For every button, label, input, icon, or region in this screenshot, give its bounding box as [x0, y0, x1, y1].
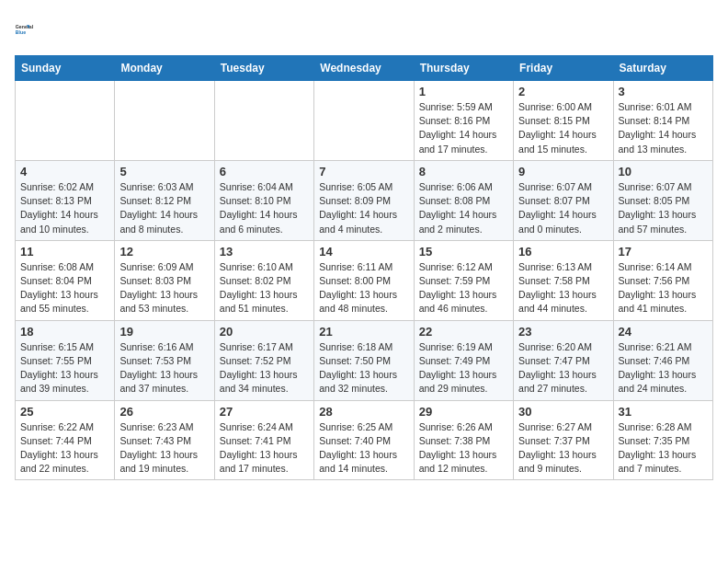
day-content: Sunrise: 6:26 AM Sunset: 7:38 PM Dayligh…: [419, 420, 508, 477]
calendar-cell: 21Sunrise: 6:18 AM Sunset: 7:50 PM Dayli…: [314, 320, 414, 400]
calendar-cell: 1Sunrise: 5:59 AM Sunset: 8:16 PM Daylig…: [414, 81, 513, 161]
day-content: Sunrise: 6:12 AM Sunset: 7:59 PM Dayligh…: [419, 260, 508, 316]
day-number: 11: [20, 245, 109, 259]
day-number: 7: [319, 165, 408, 178]
weekday-header-wednesday: Wednesday: [314, 56, 414, 81]
calendar-cell: 29Sunrise: 6:26 AM Sunset: 7:38 PM Dayli…: [414, 400, 513, 480]
calendar-cell: 19Sunrise: 6:16 AM Sunset: 7:53 PM Dayli…: [115, 320, 214, 400]
day-number: 29: [419, 405, 508, 419]
day-number: 13: [220, 245, 309, 259]
calendar-cell: 4Sunrise: 6:02 AM Sunset: 8:13 PM Daylig…: [16, 160, 115, 240]
calendar-cell: 24Sunrise: 6:21 AM Sunset: 7:46 PM Dayli…: [613, 320, 712, 400]
weekday-header-sunday: Sunday: [16, 56, 115, 81]
day-content: Sunrise: 6:14 AM Sunset: 7:56 PM Dayligh…: [619, 260, 708, 316]
day-number: 10: [619, 165, 708, 178]
day-content: Sunrise: 6:28 AM Sunset: 7:35 PM Dayligh…: [619, 420, 708, 477]
day-content: Sunrise: 6:27 AM Sunset: 7:37 PM Dayligh…: [518, 420, 608, 477]
calendar-cell: 14Sunrise: 6:11 AM Sunset: 8:00 PM Dayli…: [314, 240, 414, 320]
day-content: Sunrise: 6:09 AM Sunset: 8:03 PM Dayligh…: [119, 260, 209, 316]
day-content: Sunrise: 6:00 AM Sunset: 8:15 PM Dayligh…: [518, 100, 608, 156]
day-number: 15: [419, 245, 508, 259]
day-number: 6: [220, 165, 309, 178]
day-content: Sunrise: 6:22 AM Sunset: 7:44 PM Dayligh…: [20, 420, 109, 477]
calendar-cell: 20Sunrise: 6:17 AM Sunset: 7:52 PM Dayli…: [214, 320, 313, 400]
day-number: 9: [518, 165, 608, 178]
day-content: Sunrise: 6:16 AM Sunset: 7:53 PM Dayligh…: [119, 340, 209, 396]
day-number: 23: [518, 325, 608, 339]
logo-icon: General Blue: [15, 15, 44, 44]
calendar-cell: 31Sunrise: 6:28 AM Sunset: 7:35 PM Dayli…: [613, 400, 712, 480]
day-content: Sunrise: 6:10 AM Sunset: 8:02 PM Dayligh…: [220, 260, 309, 316]
calendar-cell: 3Sunrise: 6:01 AM Sunset: 8:14 PM Daylig…: [613, 81, 712, 161]
calendar-cell: 15Sunrise: 6:12 AM Sunset: 7:59 PM Dayli…: [414, 240, 513, 320]
calendar-cell: 28Sunrise: 6:25 AM Sunset: 7:40 PM Dayli…: [314, 400, 414, 480]
day-content: Sunrise: 6:04 AM Sunset: 8:10 PM Dayligh…: [220, 180, 309, 236]
calendar-cell: 22Sunrise: 6:19 AM Sunset: 7:49 PM Dayli…: [414, 320, 513, 400]
svg-text:General: General: [16, 24, 34, 29]
calendar-cell: 9Sunrise: 6:07 AM Sunset: 8:07 PM Daylig…: [514, 160, 613, 240]
day-number: 1: [419, 85, 508, 98]
day-content: Sunrise: 6:21 AM Sunset: 7:46 PM Dayligh…: [619, 340, 708, 396]
day-number: 26: [119, 405, 209, 419]
calendar-cell: 6Sunrise: 6:04 AM Sunset: 8:10 PM Daylig…: [214, 160, 313, 240]
calendar-cell: 2Sunrise: 6:00 AM Sunset: 8:15 PM Daylig…: [514, 81, 613, 161]
calendar-cell: 17Sunrise: 6:14 AM Sunset: 7:56 PM Dayli…: [613, 240, 712, 320]
calendar-cell: 16Sunrise: 6:13 AM Sunset: 7:58 PM Dayli…: [514, 240, 613, 320]
weekday-header-tuesday: Tuesday: [214, 56, 313, 81]
calendar-cell: 8Sunrise: 6:06 AM Sunset: 8:08 PM Daylig…: [414, 160, 513, 240]
calendar-cell: 27Sunrise: 6:24 AM Sunset: 7:41 PM Dayli…: [214, 400, 313, 480]
day-number: 2: [518, 85, 608, 98]
day-number: 25: [20, 405, 109, 419]
day-content: Sunrise: 6:23 AM Sunset: 7:43 PM Dayligh…: [119, 420, 209, 477]
day-number: 30: [518, 405, 608, 419]
day-content: Sunrise: 6:19 AM Sunset: 7:49 PM Dayligh…: [419, 340, 508, 396]
day-number: 14: [319, 245, 408, 259]
calendar-cell: 30Sunrise: 6:27 AM Sunset: 7:37 PM Dayli…: [514, 400, 613, 480]
day-content: Sunrise: 6:08 AM Sunset: 8:04 PM Dayligh…: [20, 260, 109, 316]
day-number: 24: [619, 325, 708, 339]
day-content: Sunrise: 6:07 AM Sunset: 8:05 PM Dayligh…: [619, 180, 708, 236]
day-number: 21: [319, 325, 408, 339]
day-number: 22: [419, 325, 508, 339]
day-number: 27: [220, 405, 309, 419]
calendar-cell: [16, 81, 115, 161]
calendar-cell: 18Sunrise: 6:15 AM Sunset: 7:55 PM Dayli…: [16, 320, 115, 400]
day-number: 12: [119, 245, 209, 259]
day-number: 16: [518, 245, 608, 259]
calendar-header: SundayMondayTuesdayWednesdayThursdayFrid…: [16, 56, 713, 81]
weekday-header-friday: Friday: [514, 56, 613, 81]
calendar-cell: 10Sunrise: 6:07 AM Sunset: 8:05 PM Dayli…: [613, 160, 712, 240]
day-number: 3: [619, 85, 708, 98]
day-number: 17: [619, 245, 708, 259]
day-content: Sunrise: 6:20 AM Sunset: 7:47 PM Dayligh…: [518, 340, 608, 396]
day-number: 5: [119, 165, 209, 178]
day-content: Sunrise: 6:03 AM Sunset: 8:12 PM Dayligh…: [119, 180, 209, 236]
day-content: Sunrise: 6:07 AM Sunset: 8:07 PM Dayligh…: [518, 180, 608, 236]
calendar-cell: 12Sunrise: 6:09 AM Sunset: 8:03 PM Dayli…: [115, 240, 214, 320]
calendar-cell: 11Sunrise: 6:08 AM Sunset: 8:04 PM Dayli…: [16, 240, 115, 320]
weekday-header-saturday: Saturday: [613, 56, 712, 81]
svg-text:Blue: Blue: [16, 29, 26, 35]
day-content: Sunrise: 6:02 AM Sunset: 8:13 PM Dayligh…: [20, 180, 109, 236]
calendar-cell: 26Sunrise: 6:23 AM Sunset: 7:43 PM Dayli…: [115, 400, 214, 480]
calendar-cell: 7Sunrise: 6:05 AM Sunset: 8:09 PM Daylig…: [314, 160, 414, 240]
day-content: Sunrise: 6:25 AM Sunset: 7:40 PM Dayligh…: [319, 420, 408, 477]
day-number: 31: [619, 405, 708, 419]
calendar-cell: 23Sunrise: 6:20 AM Sunset: 7:47 PM Dayli…: [514, 320, 613, 400]
day-number: 19: [119, 325, 209, 339]
day-content: Sunrise: 6:17 AM Sunset: 7:52 PM Dayligh…: [220, 340, 309, 396]
day-number: 8: [419, 165, 508, 178]
day-content: Sunrise: 6:18 AM Sunset: 7:50 PM Dayligh…: [319, 340, 408, 396]
day-content: Sunrise: 6:11 AM Sunset: 8:00 PM Dayligh…: [319, 260, 408, 316]
calendar-cell: 5Sunrise: 6:03 AM Sunset: 8:12 PM Daylig…: [115, 160, 214, 240]
day-content: Sunrise: 6:01 AM Sunset: 8:14 PM Dayligh…: [619, 100, 708, 156]
day-content: Sunrise: 6:24 AM Sunset: 7:41 PM Dayligh…: [220, 420, 309, 477]
calendar-cell: 25Sunrise: 6:22 AM Sunset: 7:44 PM Dayli…: [16, 400, 115, 480]
day-content: Sunrise: 6:05 AM Sunset: 8:09 PM Dayligh…: [319, 180, 408, 236]
day-content: Sunrise: 6:15 AM Sunset: 7:55 PM Dayligh…: [20, 340, 109, 396]
day-number: 20: [220, 325, 309, 339]
calendar-table: SundayMondayTuesdayWednesdayThursdayFrid…: [15, 55, 713, 480]
calendar-cell: [314, 81, 414, 161]
day-number: 4: [20, 165, 109, 178]
weekday-header-monday: Monday: [115, 56, 214, 81]
